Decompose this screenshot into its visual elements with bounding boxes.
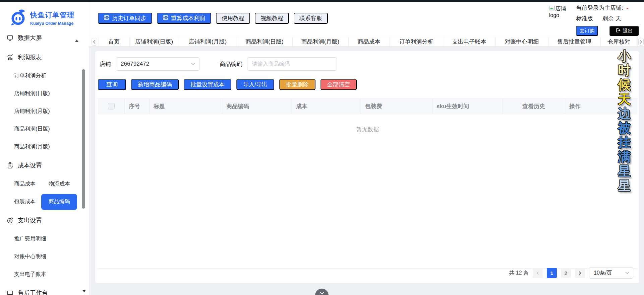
recalc-cost-profit-button[interactable]: 重算成本利润 <box>157 13 211 24</box>
topbar: 历史订单同步 重算成本利润 使用教程 视频教程 联系客服 <box>89 2 644 37</box>
contact-support-button[interactable]: 联系客服 <box>294 13 328 24</box>
sidebar-item-expense-eledger[interactable]: 支出电子账本 <box>0 266 89 283</box>
table-header-checkbox-cell <box>98 98 125 114</box>
table-header-index: 序号 <box>125 98 150 114</box>
sidebar-item-packaging-cost[interactable]: 包装成本 <box>14 198 36 205</box>
tab-product-cost[interactable]: 商品成本 <box>349 37 390 46</box>
sidebar-item-shop-profit-monthly[interactable]: 店铺利润(月版) <box>0 102 89 120</box>
tab-product-profit-monthly[interactable]: 商品利润(月版) <box>293 37 349 46</box>
table-header: 序号 标题 商品编码 成本 包装费 sku生效时间 查看历史 操作 <box>98 98 637 114</box>
broken-image-icon <box>549 5 554 12</box>
sidebar-item-reconciliation-detail[interactable]: 对账中心明细 <box>0 248 89 266</box>
table-header-product-code: 商品编码 <box>222 98 292 114</box>
query-button[interactable]: 查询 <box>98 79 126 90</box>
button-label: 重算成本利润 <box>171 14 205 22</box>
app-title: 快鱼订单管理 <box>30 10 74 20</box>
collapse-panel-button[interactable] <box>315 289 329 295</box>
main-content: 店铺 266792472 商品编码 查询 新增商品编码 批量设置成本 导入/导出… <box>89 47 644 295</box>
product-code-input[interactable] <box>247 57 337 71</box>
sidebar-item-product-code-active[interactable]: 商品编码 <box>41 194 77 210</box>
product-code-label: 商品编码 <box>220 60 242 68</box>
batch-set-cost-button[interactable]: 批量设置成本 <box>184 79 231 90</box>
sidebar-item-shop-profit-daily[interactable]: 店铺利润(日版) <box>0 85 89 102</box>
pagination-prev-button[interactable] <box>533 268 543 278</box>
pagination: 共 12 条 1 2 10条/页 <box>509 267 633 279</box>
video-tutorial-button[interactable]: 视频教程 <box>255 13 289 24</box>
batch-delete-button[interactable]: 批量删除 <box>279 79 315 90</box>
table-header-sku-effective-time: sku生效时间 <box>432 98 503 114</box>
pagination-page-1[interactable]: 1 <box>547 268 557 278</box>
action-buttons-row: 查询 新增商品编码 批量设置成本 导入/导出 批量删除 全部清空 <box>98 79 357 90</box>
sidebar-item-product-cost[interactable]: 商品成本 <box>14 180 36 188</box>
sidebar-section-expense-settings[interactable]: 支出设置 <box>0 211 89 230</box>
tabs: 首页 店铺利润(日版) 店铺利润(月版) 商品利润(日版) 商品利润(月版) 商… <box>99 37 638 46</box>
app-logo-icon <box>9 9 27 27</box>
history-order-sync-button[interactable]: 历史订单同步 <box>98 13 152 24</box>
button-label: 退出 <box>623 28 633 34</box>
tab-reconciliation-detail[interactable]: 对账中心明细 <box>496 37 548 46</box>
clear-all-button[interactable]: 全部清空 <box>320 79 357 90</box>
sidebar-section-profit-reports[interactable]: 利润报表 <box>0 48 89 67</box>
sidebar-section-cost-settings[interactable]: 成本设置 <box>0 156 89 175</box>
shop-filter-label: 店铺 <box>100 60 111 68</box>
sidebar-scroll-down-arrow[interactable] <box>82 290 86 292</box>
chevron-down-icon <box>320 290 324 295</box>
sidebar-item-label: 商品利润(日版) <box>14 126 50 133</box>
page-size-select[interactable]: 10条/页 <box>589 267 633 279</box>
chevron-left-icon <box>537 271 540 275</box>
server-sync-icon <box>104 15 109 22</box>
chevron-right-icon <box>578 271 581 275</box>
shop-select[interactable]: 266792472 <box>116 57 199 71</box>
table-header-operation: 操作 <box>565 98 637 114</box>
logout-button[interactable]: 退出 <box>609 26 639 36</box>
login-shop-value: - <box>627 5 629 11</box>
filter-row: 店铺 266792472 商品编码 <box>100 57 337 71</box>
yen-circle-icon <box>7 217 13 224</box>
window-top-strip <box>0 0 644 2</box>
tabs-scroll-left-button[interactable] <box>92 38 97 46</box>
import-export-button[interactable]: 导入/导出 <box>236 79 274 90</box>
sidebar-scrollbar-thumb[interactable] <box>82 69 85 209</box>
button-label: 历史订单同步 <box>112 14 146 22</box>
plan-name: 标准版 <box>576 15 593 22</box>
page-size-value: 10条/页 <box>594 270 612 277</box>
sidebar-item-product-profit-daily[interactable]: 商品利润(日版) <box>0 120 89 138</box>
select-all-checkbox[interactable] <box>108 103 115 109</box>
chevron-down-icon <box>625 270 629 274</box>
computer-icon <box>7 290 13 295</box>
sidebar-section-aftersale-workbench[interactable]: 售后工作台 <box>0 283 89 295</box>
sidebar-section-label: 支出设置 <box>18 216 42 224</box>
pagination-page-2[interactable]: 2 <box>561 268 571 278</box>
tab-shop-profit-daily[interactable]: 店铺利润(日版) <box>130 37 179 46</box>
tabs-scroll-right-button[interactable] <box>638 38 644 46</box>
sidebar-item-label: 订单利润分析 <box>14 72 46 79</box>
sidebar-row-cost-2: 包装成本 商品编码 <box>0 193 89 211</box>
topbar-account-area: 店铺 logo 当前登录为主店铺:- 标准版 剩余 天 去订购 <box>549 4 639 36</box>
sidebar: 快鱼订单管理 Kuaiyu Order Manage 数据大屏 利润报 <box>0 2 89 295</box>
pagination-next-button[interactable] <box>575 268 585 278</box>
subscribe-button[interactable]: 去订购 <box>576 26 598 36</box>
add-product-code-button[interactable]: 新增商品编码 <box>131 79 179 90</box>
tab-warehouse-check[interactable]: 仓库核对 <box>601 37 638 46</box>
sidebar-item-order-profit-analysis[interactable]: 订单利润分析 <box>0 67 89 85</box>
sidebar-section-label: 售后工作台 <box>18 289 48 295</box>
sidebar-item-logistics-cost[interactable]: 物流成本 <box>49 180 70 188</box>
tab-product-profit-daily[interactable]: 商品利润(日版) <box>237 37 293 46</box>
tab-expense-eledger[interactable]: 支出电子账本 <box>443 37 496 46</box>
sidebar-item-product-profit-monthly[interactable]: 商品利润(月版) <box>0 138 89 156</box>
sidebar-item-label: 数据大屏 <box>18 34 42 42</box>
usage-tutorial-button[interactable]: 使用教程 <box>216 13 250 24</box>
sidebar-item-label: 店铺利润(月版) <box>14 108 50 115</box>
account-buttons: 去订购 退出 <box>576 26 639 36</box>
shop-logo-alt-text: logo <box>549 12 566 19</box>
empty-state-text: 暂无数据 <box>98 126 637 133</box>
sidebar-item-promo-fee-detail[interactable]: 推广费用明细 <box>0 230 89 248</box>
chevron-down-icon <box>191 61 195 65</box>
tab-shop-profit-monthly[interactable]: 店铺利润(月版) <box>179 37 237 46</box>
sidebar-row-cost-1: 商品成本 物流成本 <box>0 175 89 193</box>
tab-order-profit-analysis[interactable]: 订单利润分析 <box>390 37 443 46</box>
sidebar-scroll-up-arrow[interactable] <box>75 40 78 42</box>
tab-aftersale-batch[interactable]: 售后批量管理 <box>548 37 601 46</box>
sidebar-item-label: 店铺利润(日版) <box>14 90 50 97</box>
tab-home[interactable]: 首页 <box>99 37 130 46</box>
